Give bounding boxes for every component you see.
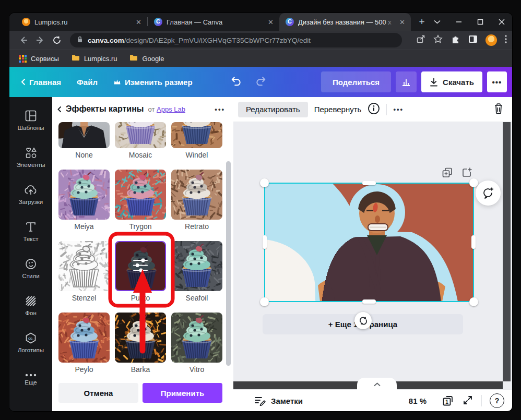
- tab-canva-home[interactable]: Главная — Canva ✕: [148, 13, 279, 31]
- effect-thumb-barka[interactable]: [115, 313, 166, 363]
- address-bar[interactable]: canva.com/design/DAE2pk_PmVU/iXGHVqGT35C…: [70, 33, 402, 47]
- bookmark-lumpics-folder[interactable]: Lumpics.ru: [72, 54, 117, 63]
- design-image[interactable]: [265, 183, 473, 302]
- effect-thumb-meiya[interactable]: [58, 170, 110, 220]
- bookmark-google-folder[interactable]: Google: [129, 54, 164, 63]
- styles-icon: [25, 258, 37, 270]
- extensions-puzzle-icon[interactable]: [451, 34, 460, 46]
- notes-drawer-pull-tab[interactable]: [357, 378, 397, 391]
- new-tab-button[interactable]: +: [415, 15, 429, 29]
- tab-close-icon[interactable]: ✕: [134, 18, 143, 27]
- comment-button[interactable]: [476, 181, 501, 206]
- tab-canva-design[interactable]: Дизайн без названия — 500 x ✕: [279, 13, 411, 31]
- window-close-icon[interactable]: [499, 19, 505, 25]
- resize-handle-left[interactable]: [263, 235, 267, 249]
- status-bar: Заметки 81 % 1 ?: [233, 389, 512, 411]
- bookmark-label: Lumpics.ru: [84, 55, 117, 63]
- sidebar-item-text[interactable]: Текст: [9, 214, 52, 248]
- toolbar-more-icon[interactable]: •••: [393, 105, 404, 113]
- resize-handle-bottom-right[interactable]: [469, 297, 478, 306]
- bookmark-services[interactable]: Сервисы: [19, 55, 59, 63]
- effect-thumb-mosaic[interactable]: [115, 122, 166, 148]
- duplicate-icon[interactable]: [442, 167, 453, 178]
- chevron-left-icon[interactable]: [57, 106, 62, 113]
- effect-thumb-punto[interactable]: [115, 241, 166, 291]
- window-maximize-icon[interactable]: [477, 19, 483, 25]
- statusbar-divider: [481, 395, 482, 406]
- effect-label: Windel: [186, 151, 208, 161]
- effect-thumb-none[interactable]: [58, 122, 110, 148]
- header-more-button[interactable]: •••: [487, 71, 507, 92]
- resize-handle-top-right[interactable]: [469, 178, 478, 187]
- sidebar-item-logos[interactable]: co.Логотипы: [9, 326, 52, 359]
- chevron-up-icon: [374, 382, 381, 387]
- flip-button[interactable]: Перевернуть: [314, 105, 362, 114]
- effect-thumb-vitro[interactable]: [171, 313, 222, 363]
- sidebar-item-templates[interactable]: Шаблоны: [9, 103, 52, 137]
- redo-icon[interactable]: [255, 76, 267, 88]
- tab-close-icon[interactable]: ✕: [398, 18, 407, 27]
- window-minimize-icon[interactable]: [456, 19, 462, 25]
- help-button[interactable]: ?: [490, 393, 504, 408]
- menu-kebab-icon[interactable]: [505, 35, 507, 45]
- share-page-icon[interactable]: [416, 34, 425, 46]
- file-menu-button[interactable]: Файл: [77, 78, 98, 87]
- window-chevron-icon[interactable]: [434, 20, 441, 24]
- effect-thumb-seafoil[interactable]: [171, 241, 222, 291]
- panel-more-icon[interactable]: •••: [215, 105, 225, 113]
- back-icon[interactable]: [17, 33, 30, 47]
- effect-label: None: [75, 151, 92, 161]
- home-button[interactable]: Главная: [21, 78, 61, 87]
- apps-lab-link[interactable]: Apps Lab: [157, 105, 185, 113]
- resize-handle-right[interactable]: [471, 235, 476, 249]
- resize-handle-top-left[interactable]: [260, 178, 269, 187]
- info-icon[interactable]: [368, 102, 380, 117]
- tab-title: Дизайн без названия — 500 x: [298, 18, 394, 26]
- side-panel-icon[interactable]: [468, 35, 478, 45]
- pages-button[interactable]: 1: [442, 394, 454, 407]
- share-button[interactable]: Поделиться: [321, 71, 391, 92]
- effect-thumb-windel[interactable]: [171, 122, 222, 148]
- resize-handle-bottom-left[interactable]: [260, 297, 269, 306]
- cancel-button[interactable]: Отмена: [58, 383, 138, 403]
- resize-button[interactable]: Изменить размер: [113, 78, 193, 87]
- sidebar-item-label: Элементы: [16, 162, 45, 168]
- rotate-handle[interactable]: [354, 312, 372, 329]
- sidebar-item-styles[interactable]: Стили: [9, 251, 52, 285]
- vertical-scrollbar[interactable]: [503, 122, 511, 381]
- tab-close-icon[interactable]: ✕: [266, 18, 275, 27]
- fullscreen-button[interactable]: [462, 394, 473, 407]
- effect-thumb-retrato[interactable]: [171, 170, 222, 220]
- sidebar-item-elements[interactable]: Элементы: [9, 140, 52, 174]
- resize-handle-bottom[interactable]: [362, 299, 376, 304]
- effect-thumb-trygon[interactable]: [115, 170, 166, 220]
- effect-thumb-stenzel[interactable]: [58, 241, 110, 291]
- edit-image-button[interactable]: Редактировать: [238, 102, 308, 117]
- effect-thumb-peylo[interactable]: [58, 313, 110, 363]
- apply-button[interactable]: Применить: [143, 383, 222, 403]
- resize-handle-top[interactable]: [362, 181, 376, 185]
- toolbar-right-icons: [416, 34, 507, 46]
- sidebar-item-uploads[interactable]: Загрузки: [9, 177, 52, 211]
- bookmark-star-icon[interactable]: [433, 34, 443, 46]
- effect-cell-vitro: Vitro: [171, 313, 222, 376]
- tab-lumpics[interactable]: Lumpics.ru ✕: [16, 13, 147, 31]
- effect-settings-overlay[interactable]: [116, 242, 165, 290]
- add-page-icon[interactable]: [461, 167, 472, 178]
- effect-label: Retrato: [185, 222, 209, 233]
- notes-button[interactable]: Заметки: [254, 395, 303, 406]
- zoom-level[interactable]: 81 %: [409, 397, 427, 405]
- panel-scrollbar[interactable]: [226, 122, 232, 375]
- browser-toolbar: canva.com/design/DAE2pk_PmVU/iXGHVqGT35C…: [9, 31, 512, 50]
- sidebar-item-more[interactable]: Еще: [9, 363, 52, 396]
- sidebar-item-background[interactable]: Фон: [9, 289, 52, 322]
- insights-button[interactable]: [396, 71, 417, 92]
- effect-cell-peylo: Peylo: [58, 313, 110, 376]
- scrollbar-thumb[interactable]: [226, 161, 231, 366]
- profile-avatar[interactable]: [486, 34, 497, 46]
- reload-icon[interactable]: [50, 33, 64, 47]
- forward-icon[interactable]: [33, 33, 47, 47]
- undo-icon[interactable]: [230, 76, 242, 88]
- delete-icon[interactable]: [493, 103, 504, 116]
- download-button[interactable]: Скачать: [421, 71, 482, 92]
